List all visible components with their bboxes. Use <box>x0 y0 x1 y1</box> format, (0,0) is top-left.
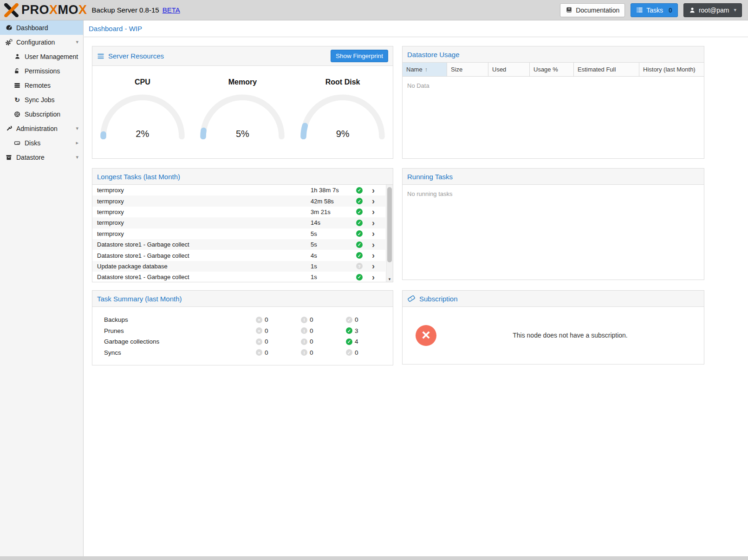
summary-label: Syncs <box>104 349 256 356</box>
column-header-history[interactable]: History (last Month) <box>639 63 704 76</box>
task-status-icon: ✓ <box>356 252 363 259</box>
warning-count-icon: ! <box>301 339 307 345</box>
subscription-title: Subscription <box>419 295 458 303</box>
error-count-icon: × <box>256 339 262 345</box>
sidebar-item-administration[interactable]: Administration ▾ <box>0 121 83 136</box>
subscription-body: × This node does not have a subscription… <box>403 307 704 364</box>
task-status-icon: ✓ <box>356 220 363 226</box>
root-disk-gauge: Root Disk 9% <box>293 78 393 141</box>
task-name: termproxy <box>97 230 311 237</box>
summary-row-syncs: Syncs ×0 !0 ✓0 <box>92 347 393 358</box>
task-status-icon: ✓ <box>356 241 363 248</box>
memory-gauge: Memory 5% <box>193 78 293 141</box>
scrollbar-thumb[interactable] <box>387 187 392 262</box>
task-row[interactable]: termproxy3m 21s✓› <box>92 207 385 217</box>
chevron-right-icon[interactable]: › <box>372 262 375 270</box>
task-status-icon: ✓ <box>356 230 363 237</box>
book-icon <box>566 7 572 13</box>
chevron-right-icon[interactable]: › <box>372 197 375 205</box>
task-row[interactable]: Datastore store1 - Garbage collect5s✓› <box>92 239 385 250</box>
column-header-size[interactable]: Size <box>447 63 488 76</box>
sidebar-item-sync-jobs[interactable]: ↻ Sync Jobs <box>0 92 83 107</box>
error-count-icon: × <box>256 317 262 323</box>
task-name: Update package database <box>97 263 311 270</box>
warning-count: 0 <box>310 316 313 323</box>
bottom-border-strip <box>0 556 748 560</box>
summary-label: Prunes <box>104 327 256 334</box>
chevron-right-icon[interactable]: › <box>372 186 375 195</box>
chevron-right-icon[interactable]: › <box>372 219 375 227</box>
task-duration: 1s <box>311 273 356 280</box>
summary-row-prunes: Prunes ×0 !0 ✓3 <box>92 326 393 337</box>
sidebar-item-subscription[interactable]: Subscription <box>0 107 83 121</box>
task-name: Datastore store1 - Garbage collect <box>97 273 311 280</box>
task-status-icon: ✓ <box>356 198 363 204</box>
error-count-icon: × <box>256 349 262 356</box>
task-row[interactable]: Datastore store1 - Garbage collect1s✓› <box>92 272 385 282</box>
task-name: termproxy <box>97 208 311 215</box>
sidebar-item-datastore[interactable]: Datastore ▾ <box>0 150 83 164</box>
warning-count: 0 <box>310 349 313 356</box>
user-menu-button[interactable]: root@pam ▾ <box>683 3 742 17</box>
sidebar-item-configuration[interactable]: Configuration ▾ <box>0 35 83 49</box>
ok-count-icon: ✓ <box>346 317 352 323</box>
task-row[interactable]: termproxy14s✓› <box>92 217 385 228</box>
task-duration: 4s <box>311 252 356 259</box>
tasks-button[interactable]: Tasks 0 <box>631 3 678 17</box>
sidebar-item-disks[interactable]: Disks ▸ <box>0 136 83 150</box>
sidebar-item-label: Remotes <box>25 82 51 89</box>
column-header-usage-percent[interactable]: Usage % <box>530 63 574 76</box>
warning-count: 0 <box>310 338 313 345</box>
task-name: Datastore store1 - Garbage collect <box>97 252 311 259</box>
column-header-used[interactable]: Used <box>488 63 530 76</box>
cpu-gauge: CPU 2% <box>92 78 193 141</box>
sidebar-item-remotes[interactable]: Remotes <box>0 78 83 92</box>
longest-tasks-title: Longest Tasks (last Month) <box>97 173 180 181</box>
subscription-message: This node does not have a subscription. <box>436 332 704 339</box>
task-duration: 1s <box>311 263 356 270</box>
chevron-right-icon[interactable]: › <box>372 208 375 216</box>
task-row[interactable]: Datastore store1 - Garbage collect4s✓› <box>92 250 385 260</box>
task-row[interactable]: Update package database1s?› <box>92 261 385 272</box>
task-row[interactable]: termproxy42m 58s✓› <box>92 195 385 206</box>
proxmox-wordmark: PROXMOX <box>21 3 87 17</box>
ok-count-icon: ✓ <box>346 339 352 345</box>
sort-ascending-icon: ↑ <box>425 66 428 73</box>
warning-count-icon: ! <box>301 317 307 323</box>
sidebar-item-label: Subscription <box>25 111 60 118</box>
gauge-label: Root Disk <box>293 78 393 86</box>
archive-box-icon <box>5 154 13 161</box>
sidebar-item-label: Sync Jobs <box>25 96 55 104</box>
gauge-label: CPU <box>92 78 193 86</box>
ok-count: 0 <box>355 316 358 323</box>
documentation-button[interactable]: Documentation <box>560 3 625 17</box>
task-name: termproxy <box>97 219 311 226</box>
ok-count: 0 <box>355 349 358 356</box>
column-header-estimated-full[interactable]: Estimated Full <box>574 63 639 76</box>
column-header-name[interactable]: Name ↑ <box>403 63 447 76</box>
sidebar-item-dashboard[interactable]: Dashboard <box>0 20 83 35</box>
hdd-icon <box>13 140 21 146</box>
gauge-value-label: 5% <box>198 129 287 139</box>
sidebar-item-permissions[interactable]: Permissions <box>0 64 83 78</box>
longest-tasks-panel: Longest Tasks (last Month) termproxy1h 3… <box>92 168 393 282</box>
beta-link[interactable]: BETA <box>163 6 180 14</box>
task-duration: 5s <box>311 230 356 237</box>
topbar-buttons: Documentation Tasks 0 root@pam ▾ <box>560 3 742 17</box>
scroll-down-icon[interactable]: ▾ <box>386 277 393 281</box>
unlock-icon <box>13 68 21 74</box>
chevron-right-icon[interactable]: › <box>372 251 375 260</box>
scrollbar[interactable]: ▾ <box>386 185 393 282</box>
running-tasks-title: Running Tasks <box>407 173 453 181</box>
datastore-empty-text: No Data <box>403 77 704 95</box>
chevron-right-icon[interactable]: › <box>372 273 375 281</box>
summary-label: Backups <box>104 316 256 323</box>
documentation-label: Documentation <box>576 7 619 14</box>
task-row[interactable]: termproxy5s✓› <box>92 228 385 239</box>
subscription-panel: Subscription × This node does not have a… <box>402 290 704 365</box>
task-row[interactable]: termproxy1h 38m 7s✓› <box>92 185 385 195</box>
show-fingerprint-button[interactable]: Show Fingerprint <box>331 50 388 62</box>
chevron-right-icon[interactable]: › <box>372 241 375 249</box>
chevron-right-icon[interactable]: › <box>372 229 375 238</box>
sidebar-item-user-management[interactable]: User Management <box>0 49 83 64</box>
